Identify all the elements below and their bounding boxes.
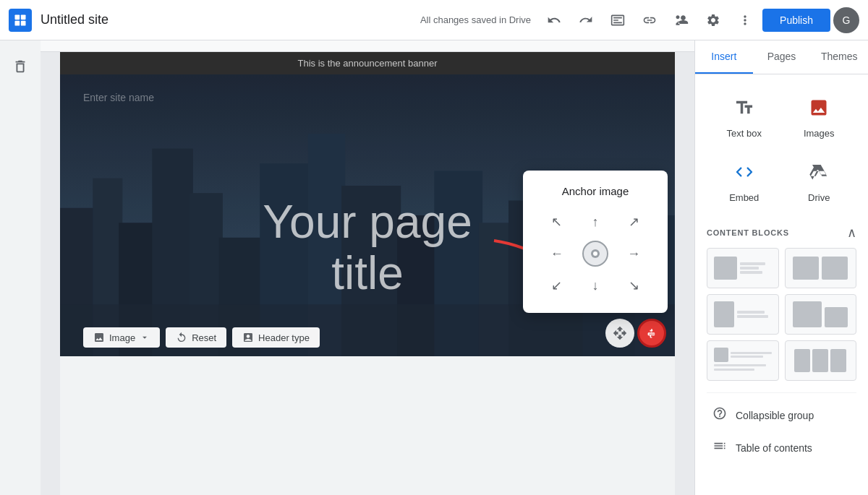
topbar-icons: Publish G [540,6,859,35]
trash-button[interactable] [6,52,35,81]
main-layout: This is the announcement banner [0,40,868,495]
anchor-ne[interactable]: ↗ [621,209,647,235]
content-blocks-title: CONTENT BLOCKS [707,228,789,237]
insert-embed[interactable]: Embed [707,150,782,215]
anchor-sw[interactable]: ↙ [544,272,570,298]
canvas-area: This is the announcement banner [41,40,694,495]
announcement-banner: This is the announcement banner [60,52,675,74]
left-sidebar [0,40,41,495]
svg-rect-3 [21,20,26,25]
content-blocks-toggle[interactable]: ∧ [847,226,856,239]
image-btn-label: Image [109,332,135,343]
undo-button[interactable] [540,6,569,35]
preview-button[interactable] [603,6,632,35]
anchor-controls [605,319,666,348]
redo-button[interactable] [571,6,600,35]
save-status: All changes saved in Drive [420,14,531,25]
insert-text-box[interactable]: Text box [707,86,782,150]
block-thumb-2[interactable] [785,248,857,288]
publish-button[interactable]: Publish [762,9,830,32]
anchor-popup-title: Anchor image [540,185,650,197]
bottom-items: Collapsible group Table of contents [707,392,856,464]
embed-label: Embed [729,192,759,203]
table-of-contents-label: Table of contents [736,442,812,454]
right-panel: Insert Pages Themes Text box [694,40,868,495]
collapsible-group-item[interactable]: Collapsible group [707,399,856,431]
images-label: Images [804,128,835,139]
header-type-button[interactable]: Header type [232,327,320,348]
svg-rect-2 [15,20,20,25]
svg-point-24 [593,251,597,256]
image-button[interactable]: Image [83,327,160,348]
reset-btn-label: Reset [192,332,216,343]
tab-insert[interactable]: Insert [695,40,753,74]
anchor-image-button[interactable] [637,319,666,348]
avatar[interactable]: G [833,7,859,33]
images-icon [809,98,829,122]
block-thumb-1[interactable] [707,248,779,288]
block-thumb-5[interactable] [707,340,779,381]
block-thumb-6[interactable] [785,340,857,381]
svg-rect-1 [21,14,26,20]
block-thumb-4[interactable] [785,294,857,335]
more-button[interactable] [731,6,760,35]
insert-images[interactable]: Images [782,86,857,150]
anchor-center[interactable] [582,241,608,267]
anchor-n[interactable]: ↑ [582,209,608,235]
anchor-popup: Anchor image ↖ ↑ ↗ ← → ↙ [523,171,668,313]
below-header [60,356,675,495]
anchor-w[interactable]: ← [544,241,570,267]
share-button[interactable] [667,6,696,35]
collapsible-group-icon [712,406,727,424]
site-name-placeholder: Enter site name [83,92,154,103]
drive-label: Drive [808,192,830,203]
insert-drive[interactable]: Drive [782,150,857,215]
table-of-contents-icon [712,439,727,457]
site-canvas: This is the announcement banner [60,52,675,495]
move-image-button[interactable] [605,319,634,348]
drive-icon [809,162,829,186]
panel-tabs: Insert Pages Themes [695,40,868,74]
panel-content: Text box Images Embed [695,74,868,495]
collapsible-group-label: Collapsible group [736,410,814,421]
tab-themes[interactable]: Themes [810,40,868,74]
anchor-se[interactable]: ↘ [621,272,647,298]
ruler [41,40,694,52]
text-box-icon [734,98,754,122]
header-controls: Image Reset Header type [83,327,320,348]
app-logo [9,9,32,32]
topbar: Untitled site All changes saved in Drive… [0,0,868,40]
tab-pages[interactable]: Pages [753,40,811,74]
anchor-grid: ↖ ↑ ↗ ← → ↙ ↓ ↘ [540,209,650,298]
insert-grid: Text box Images Embed [707,86,856,215]
content-blocks-header: CONTENT BLOCKS ∧ [707,226,856,239]
embed-icon [734,162,754,186]
settings-button[interactable] [699,6,728,35]
anchor-nw[interactable]: ↖ [544,209,570,235]
reset-button[interactable]: Reset [166,327,226,348]
header-type-btn-label: Header type [258,332,310,343]
anchor-e[interactable]: → [621,241,647,267]
blocks-grid [707,248,856,381]
link-button[interactable] [635,6,664,35]
table-of-contents-item[interactable]: Table of contents [707,431,856,464]
text-box-label: Text box [727,128,762,139]
announcement-text: This is the announcement banner [298,58,438,69]
header-section[interactable]: Enter site name Your page title Image [60,74,675,356]
site-title: Untitled site [41,12,109,27]
anchor-s[interactable]: ↓ [582,272,608,298]
svg-rect-0 [15,14,20,20]
block-thumb-3[interactable] [707,294,779,335]
